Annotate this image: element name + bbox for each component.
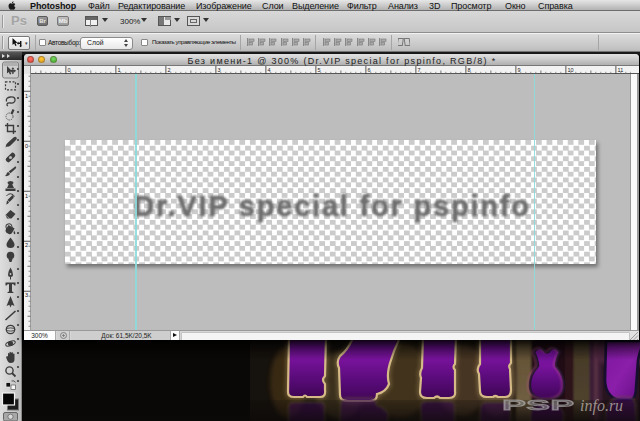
svg-text:0: 0 (68, 67, 71, 73)
svg-text:10: 10 (568, 67, 574, 73)
svg-text:9: 9 (518, 67, 521, 73)
svg-text:2: 2 (25, 242, 28, 248)
svg-text:0: 0 (25, 143, 28, 149)
svg-text:4: 4 (268, 67, 271, 73)
svg-text:8: 8 (468, 67, 471, 73)
svg-text:1: 1 (118, 67, 121, 73)
svg-text:3: 3 (25, 292, 28, 298)
svg-text:6: 6 (368, 67, 371, 73)
svg-text:2: 2 (168, 67, 171, 73)
svg-text:1: 1 (25, 193, 28, 199)
svg-text:5: 5 (318, 67, 321, 73)
svg-text:7: 7 (418, 67, 421, 73)
svg-text:1: 1 (25, 93, 28, 99)
svg-text:3: 3 (218, 67, 221, 73)
svg-text:11: 11 (618, 67, 624, 73)
